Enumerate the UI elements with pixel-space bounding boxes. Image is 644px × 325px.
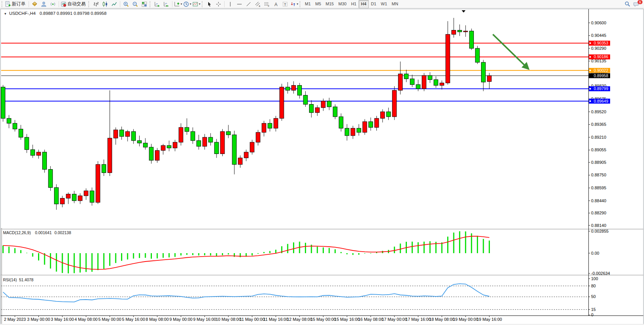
price-badge-label: 0.89799 [594,86,608,91]
tab-timeframe-m1[interactable]: M1 [303,0,313,8]
templates-button[interactable]: ▾ [192,0,201,8]
macd-histogram-bar [352,253,354,255]
text-label-button[interactable]: T [281,0,290,8]
tab-timeframe-h1[interactable]: H1 [349,0,359,8]
candlestick-chart-icon [102,1,108,7]
line-chart-icon [111,1,117,7]
auto-scroll-button[interactable] [153,0,162,8]
candle [48,170,53,188]
macd-histogram-bar [127,253,128,260]
main-panel[interactable] [1,9,589,228]
toolbar-separator [224,1,225,7]
macd-histogram-bar [257,253,258,254]
macd-histogram-bar [32,253,33,257]
tab-timeframe-m15[interactable]: M15 [324,0,336,8]
new-order-button[interactable]: 新订单 [5,0,27,8]
candle [167,146,171,148]
time-tick-label: 11 May 16:00 [263,317,289,322]
macd-histogram-bar [429,241,430,253]
macd-histogram-bar [97,253,99,270]
arrows-tool-button[interactable]: ▾ [290,0,299,8]
horizontal-line-button[interactable] [235,0,244,8]
tab-timeframe-m30[interactable]: M30 [336,0,349,8]
price-tick-label: 0.88140 [591,223,606,228]
candle [428,76,432,80]
toolbar-grip[interactable] [88,1,91,7]
candle [66,194,70,198]
chart-window: 0.0028550.00-0.002634 1008050150 0.90600… [0,0,644,325]
svg-text:A: A [274,2,277,7]
time-tick-label: 17 May 00:00 [382,317,407,322]
time-tick-label: 19 May 00:00 [453,317,478,322]
macd-histogram-bar [263,252,265,253]
metaeditor-button[interactable] [30,0,39,8]
candle [173,142,177,148]
candle [161,146,165,151]
tab-timeframe-w1[interactable]: W1 [379,0,390,8]
toolbar: 新订单 [0,0,644,8]
candle [386,112,391,117]
svg-text:E: E [259,5,260,7]
zoom-out-button[interactable] [131,0,140,8]
candle [303,95,308,105]
macd-histogram-bar [328,248,330,253]
channel-icon: E [255,1,261,7]
candle [285,87,290,90]
macd-histogram-bar [459,231,460,253]
macd-histogram-bar [412,242,413,253]
candlestick-chart-button[interactable] [100,0,110,8]
candle [226,132,231,135]
text-tool-button[interactable]: A [271,0,281,8]
candle [202,137,207,146]
auto-trading-button[interactable]: 自动交易 [60,0,88,8]
notifications-button[interactable]: 1 [632,0,641,8]
periods-button[interactable]: ▾ [183,0,192,8]
macd-histogram-bar [50,253,51,268]
person-icon [41,1,47,7]
tab-timeframe-m5[interactable]: M5 [313,0,323,8]
tab-timeframe-d1[interactable]: D1 [369,0,379,8]
candle [143,143,147,147]
candle [126,132,130,136]
candle [363,122,367,132]
indicators-button[interactable]: ▾ [174,0,183,8]
toolbar-grip[interactable] [300,1,302,7]
tab-timeframe-mn[interactable]: MN [389,0,400,8]
signals-button[interactable] [48,0,57,8]
line-chart-button[interactable] [110,0,119,8]
crosshair-button[interactable] [214,0,223,8]
toolbar-grip[interactable] [202,1,204,7]
candle [440,83,444,86]
equidistant-channel-button[interactable]: E [253,0,262,8]
time-tick-label: 19 May 16:00 [477,317,502,322]
candle [309,105,314,113]
candle [30,150,35,155]
macd-histogram-bar [400,244,401,253]
candle [422,76,426,89]
toolbar-grip[interactable] [150,1,152,7]
macd-histogram-bar [346,253,348,254]
price-tick-label: 0.88750 [591,173,606,177]
price-tick-label: 0.89365 [591,122,606,127]
time-tick-label: 9 May 00:00 [169,317,193,322]
collapse-icon[interactable]: ▼ [4,12,7,16]
macd-histogram-bar [465,231,466,253]
tab-timeframe-h4[interactable]: H4 [359,0,368,8]
trendline-button[interactable] [244,0,253,8]
vertical-line-button[interactable] [226,0,235,8]
time-tick-label: 15 May 00:00 [311,317,336,322]
candle [381,112,385,118]
rsi-axis-label: 100 [591,276,598,281]
profile-button[interactable] [39,0,48,8]
chart-shift-button[interactable] [162,0,171,8]
search-button[interactable] [623,0,632,8]
toolbar-grip[interactable] [2,1,4,7]
macd-histogram-bar [228,253,229,255]
chart-title-ohlc: 0.89887 0.89991 0.89798 0.89958 [40,11,107,16]
tile-windows-button[interactable] [140,0,149,8]
bar-chart-button[interactable] [91,0,100,8]
fibonacci-button[interactable]: F [262,0,271,8]
cursor-button[interactable] [205,0,214,8]
zoom-in-button[interactable] [121,0,131,8]
candle [131,132,135,141]
